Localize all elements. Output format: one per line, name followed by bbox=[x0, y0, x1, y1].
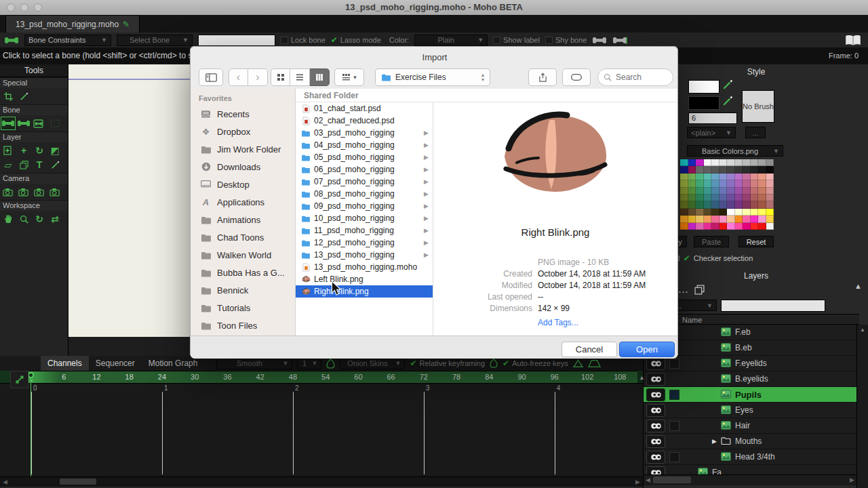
palette-swatch[interactable] bbox=[758, 201, 766, 208]
palette-swatch[interactable] bbox=[751, 223, 759, 230]
palette-swatch[interactable] bbox=[751, 180, 759, 187]
palette-swatch[interactable] bbox=[743, 195, 751, 201]
palette-swatch[interactable] bbox=[727, 195, 735, 201]
palette-swatch[interactable] bbox=[680, 166, 688, 173]
palette-swatch[interactable] bbox=[719, 195, 728, 201]
palette-swatch[interactable] bbox=[711, 180, 719, 187]
palette-swatch[interactable] bbox=[766, 195, 774, 201]
shear-layer-tool-icon[interactable]: ▱ bbox=[1, 158, 16, 171]
palette-swatch[interactable] bbox=[751, 195, 759, 201]
palette-swatch[interactable] bbox=[704, 188, 712, 195]
favorites-item-toon-files[interactable]: Toon Files bbox=[191, 317, 295, 334]
file-item-05-psd-moho-rigging[interactable]: 05_psd_moho_rigging▶ bbox=[296, 151, 433, 163]
reset-button[interactable]: Reset bbox=[738, 236, 774, 247]
palette-swatch[interactable] bbox=[727, 201, 735, 208]
palette-swatch[interactable] bbox=[696, 159, 704, 166]
layer-options-icon[interactable]: … bbox=[677, 283, 688, 296]
forward-button[interactable]: › bbox=[248, 68, 268, 86]
cancel-button[interactable]: Cancel bbox=[561, 342, 617, 357]
palette-swatch[interactable] bbox=[680, 188, 688, 195]
file-item-13-psd-moho-rigging-moho[interactable]: 13_psd_moho_rigging.moho bbox=[296, 261, 433, 273]
collapse-panel-icon[interactable]: ▲ bbox=[854, 282, 862, 290]
add-tags-link[interactable]: Add Tags... bbox=[538, 318, 578, 327]
file-item-03-psd-moho-rigging[interactable]: 03_psd_moho_rigging▶ bbox=[296, 127, 433, 139]
palette-swatch[interactable] bbox=[766, 166, 774, 173]
favorites-item-animations[interactable]: Animations bbox=[191, 211, 295, 228]
interp-value-dropdown[interactable]: 1▼ bbox=[297, 358, 321, 369]
file-item-04-psd-moho-rigging[interactable]: 04_psd_moho_rigging▶ bbox=[296, 139, 433, 151]
bone-sheet-tool-icon[interactable] bbox=[32, 117, 47, 130]
layers-vertical-scrollbar[interactable]: ▲ ▼ bbox=[856, 325, 868, 488]
column-view-button[interactable] bbox=[310, 68, 330, 86]
new-layer-tool-icon[interactable] bbox=[1, 144, 16, 157]
file-item-02-chad-reduced-psd[interactable]: 02_chad_reduced.psd bbox=[296, 115, 433, 127]
palette-swatch[interactable] bbox=[680, 180, 688, 187]
palette-swatch[interactable] bbox=[751, 174, 759, 180]
palette-swatch[interactable] bbox=[688, 159, 696, 166]
palette-swatch[interactable] bbox=[735, 174, 743, 180]
layer-row-hair[interactable]: Hair bbox=[644, 418, 856, 434]
triangle-keys-icon[interactable] bbox=[573, 359, 583, 368]
palette-swatch[interactable] bbox=[696, 223, 704, 230]
palette-swatch[interactable] bbox=[743, 166, 751, 173]
palette-swatch[interactable] bbox=[696, 188, 704, 195]
fill-color-swatch[interactable] bbox=[688, 96, 719, 110]
timeline-scroll-thumb[interactable] bbox=[60, 479, 96, 485]
layer-row-b-eyelids[interactable]: B.eyelids bbox=[644, 371, 856, 387]
palette-swatch[interactable] bbox=[711, 195, 719, 201]
list-view-button[interactable] bbox=[290, 68, 310, 86]
relative-keyframing-checkbox[interactable]: ✔Relative keyframing bbox=[410, 359, 485, 368]
layer-visibility-eye-icon[interactable] bbox=[646, 404, 665, 417]
camera-pan-tool-icon[interactable] bbox=[47, 185, 62, 199]
palette-swatch[interactable] bbox=[751, 201, 759, 208]
magic-wand-icon[interactable] bbox=[16, 89, 31, 103]
palette-swatch[interactable] bbox=[704, 180, 712, 187]
color-palette[interactable] bbox=[680, 159, 774, 230]
layer-checkbox[interactable] bbox=[669, 390, 679, 400]
file-item-01-chad-start-psd[interactable]: 01_chad_start.psd bbox=[296, 102, 433, 115]
palette-swatch[interactable] bbox=[680, 195, 688, 201]
favorites-item-desktop[interactable]: Desktop bbox=[191, 176, 295, 193]
palette-swatch[interactable] bbox=[688, 209, 696, 216]
palette-swatch[interactable] bbox=[696, 180, 704, 187]
palette-swatch[interactable] bbox=[735, 209, 743, 216]
palette-swatch[interactable] bbox=[696, 174, 704, 180]
flip-workspace-tool-icon[interactable]: ⇄ bbox=[47, 212, 62, 226]
favorites-item-applications[interactable]: AApplications bbox=[191, 193, 295, 211]
palette-swatch[interactable] bbox=[719, 223, 728, 230]
palette-swatch[interactable] bbox=[688, 188, 696, 195]
palette-swatch[interactable] bbox=[743, 188, 751, 195]
palette-swatch[interactable] bbox=[696, 216, 704, 222]
palette-swatch[interactable] bbox=[743, 174, 751, 180]
file-item-11-psd-moho-rigging[interactable]: 11_psd_moho_rigging▶ bbox=[296, 224, 433, 237]
duplicate-layer-tool-icon[interactable] bbox=[16, 158, 31, 171]
file-item-08-psd-moho-rigging[interactable]: 08_psd_moho_rigging▶ bbox=[296, 188, 433, 200]
palette-swatch[interactable] bbox=[758, 188, 766, 195]
select-bone-dropdown[interactable]: Select Bone▼ bbox=[117, 35, 193, 46]
palette-swatch[interactable] bbox=[704, 223, 712, 230]
auto-freeze-checkbox[interactable]: ✔Auto-freeze keys bbox=[502, 359, 568, 368]
palette-swatch[interactable] bbox=[735, 195, 743, 201]
palette-swatch[interactable] bbox=[735, 166, 743, 173]
camera-roll-tool-icon[interactable] bbox=[32, 185, 47, 199]
timeline-horizontal-scrollbar[interactable]: ◀ ▶ bbox=[0, 476, 643, 487]
palette-swatch[interactable] bbox=[696, 195, 704, 201]
palette-swatch[interactable] bbox=[735, 201, 743, 208]
tags-button[interactable] bbox=[562, 68, 591, 86]
palette-swatch[interactable] bbox=[743, 216, 751, 222]
layer-filter-field[interactable] bbox=[721, 300, 825, 312]
palette-swatch[interactable] bbox=[735, 159, 743, 166]
palette-swatch[interactable] bbox=[688, 166, 696, 173]
shy-bone-checkbox[interactable]: Shy bone bbox=[545, 36, 587, 44]
palette-swatch[interactable] bbox=[766, 159, 774, 166]
favorites-item-downloads[interactable]: Downloads bbox=[191, 158, 295, 176]
palette-swatch[interactable] bbox=[743, 159, 751, 166]
layer-row-pupils[interactable]: Pupils bbox=[644, 387, 856, 403]
palette-swatch[interactable] bbox=[696, 201, 704, 208]
eyedropper-tool-icon[interactable] bbox=[47, 158, 62, 171]
palette-swatch[interactable] bbox=[766, 174, 774, 180]
folder-dropdown[interactable]: Exercise Files ▴▾ bbox=[375, 68, 490, 86]
transform-bone-tool-icon[interactable] bbox=[16, 117, 31, 130]
palette-swatch[interactable] bbox=[719, 188, 728, 195]
palette-swatch[interactable] bbox=[719, 166, 728, 173]
